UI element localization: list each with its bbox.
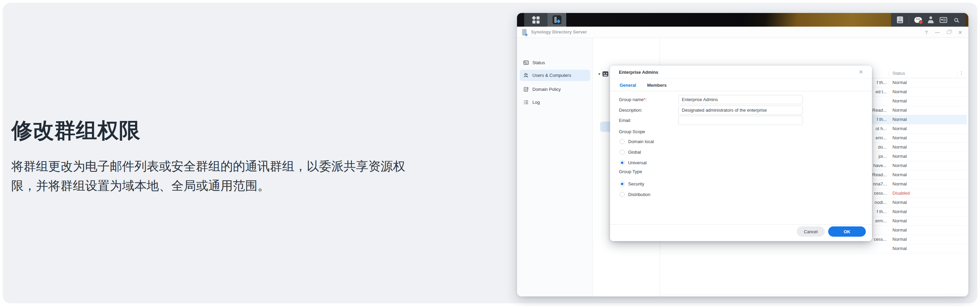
radio-label: Global [628, 150, 641, 155]
row-status: Normal [892, 126, 907, 131]
status-card-icon [523, 60, 529, 65]
radio-scope-domain-local[interactable]: Domain local [620, 139, 654, 144]
log-list-icon [523, 99, 529, 105]
row-status: Normal [892, 80, 907, 85]
email-field[interactable] [678, 116, 803, 125]
row-status: Normal [892, 209, 907, 214]
search-icon [955, 18, 958, 22]
dialog-tabs: General Members [620, 82, 667, 88]
external-device-icon [897, 16, 903, 23]
group-type-label: Group Type [619, 169, 642, 174]
row-status: Normal [892, 218, 907, 224]
group-name-field[interactable] [678, 95, 803, 104]
sidebar-item-domain-policy[interactable]: Domain Policy [520, 84, 590, 95]
tab-members[interactable]: Members [647, 82, 667, 88]
cancel-button[interactable]: Cancel [797, 227, 825, 237]
radio-label: Universal [628, 160, 647, 165]
radio-label: Security [628, 181, 644, 187]
taskbar-app-directory-server[interactable] [547, 13, 566, 27]
dialog-close-icon[interactable]: ✕ [859, 69, 863, 75]
user-icon [928, 16, 934, 23]
row-status: Normal [892, 89, 907, 94]
column-header-status[interactable]: Status [892, 71, 905, 76]
row-status: Normal [892, 108, 907, 113]
radio-label: Domain local [628, 139, 654, 144]
main-menu-icon [532, 16, 539, 24]
tray-divider [909, 16, 909, 23]
sidebar-item-label: Status [532, 60, 545, 65]
notifications-icon [914, 17, 922, 23]
group-scope-label: Group Scope [619, 129, 645, 134]
row-status: Normal [892, 172, 907, 177]
row-status: Normal [892, 163, 907, 168]
sidebar-item-label: Log [532, 100, 540, 105]
external-device-button[interactable] [896, 16, 904, 24]
radio-icon [620, 192, 625, 197]
table-footer-bar [660, 295, 967, 296]
page: 修改群组权限 将群组更改为电子邮件列表或安全群组的的通讯群组，以委派共享资源权限… [0, 0, 980, 306]
policy-scroll-icon [523, 86, 529, 92]
system-tray [891, 13, 965, 27]
sidebar-item-label: Domain Policy [532, 87, 561, 92]
row-status: Normal [892, 144, 907, 150]
radio-label: Distribution [628, 192, 651, 197]
radio-scope-universal[interactable]: Universal [620, 160, 647, 165]
radio-icon [620, 139, 625, 144]
active-tab-notch [625, 89, 630, 93]
sidebar-item-log[interactable]: Log [520, 97, 590, 108]
row-status: Normal [892, 227, 907, 233]
window-app-icon [522, 29, 527, 35]
column-settings-kebab-icon[interactable]: ⋮ [959, 70, 964, 76]
dialog-title: Enterprise Admins [619, 70, 658, 75]
users-icon [523, 72, 529, 78]
row-status: Normal [892, 246, 907, 251]
sidebar-item-status[interactable]: Status [520, 57, 590, 68]
row-status: Normal [892, 117, 907, 122]
radio-scope-global[interactable]: Global [620, 150, 641, 155]
sidebar: Status Users & Computers Domain Policy L… [517, 38, 593, 296]
window-title: Synology Directory Server [531, 29, 587, 35]
main-menu-button[interactable] [524, 13, 547, 27]
row-status: Disabled [892, 190, 910, 196]
radio-icon [620, 181, 625, 187]
minimize-button[interactable]: — [935, 30, 940, 35]
row-status: Normal [892, 237, 907, 242]
ok-button[interactable]: OK [828, 227, 866, 237]
description-label: Description: [619, 108, 643, 113]
row-status: Normal [892, 200, 907, 205]
enterprise-admins-dialog: Enterprise Admins ✕ General Members Grou… [610, 65, 872, 241]
radio-type-security[interactable]: Security [620, 181, 644, 187]
tab-general[interactable]: General [620, 82, 636, 88]
tree-expand-caret-icon[interactable]: ▾ [598, 72, 600, 76]
notifications-button[interactable] [914, 16, 922, 24]
window-titlebar[interactable]: Synology Directory Server ? — ✕ [517, 27, 968, 38]
sidebar-item-users-computers[interactable]: Users & Computers [520, 70, 590, 81]
radio-icon [620, 150, 625, 155]
close-button[interactable]: ✕ [958, 30, 962, 35]
domain-icon [603, 71, 608, 76]
row-status: Normal [892, 154, 907, 159]
group-name-label: Group name*: [619, 97, 647, 102]
widgets-button[interactable] [940, 16, 947, 24]
help-button[interactable]: ? [925, 30, 928, 35]
maximize-button[interactable] [947, 31, 951, 34]
row-status: Normal [892, 98, 907, 103]
widgets-icon [940, 17, 947, 23]
row-status: Normal [892, 181, 907, 187]
email-label: Email: [619, 118, 631, 123]
search-button[interactable] [952, 16, 960, 24]
directory-server-app-icon [552, 15, 562, 24]
page-title: 修改群组权限 [11, 116, 140, 145]
description-field[interactable] [678, 106, 803, 115]
sidebar-item-label: Users & Computers [532, 73, 571, 78]
user-menu-button[interactable] [927, 16, 934, 24]
page-description: 将群组更改为电子邮件列表或安全群组的的通讯群组，以委派共享资源权限，并将群组设置… [11, 156, 415, 195]
table-row[interactable]: Normal [660, 244, 967, 254]
dsm-taskbar [517, 13, 968, 27]
radio-icon [620, 160, 625, 165]
row-status: Normal [892, 135, 907, 140]
radio-type-distribution[interactable]: Distribution [620, 192, 651, 197]
